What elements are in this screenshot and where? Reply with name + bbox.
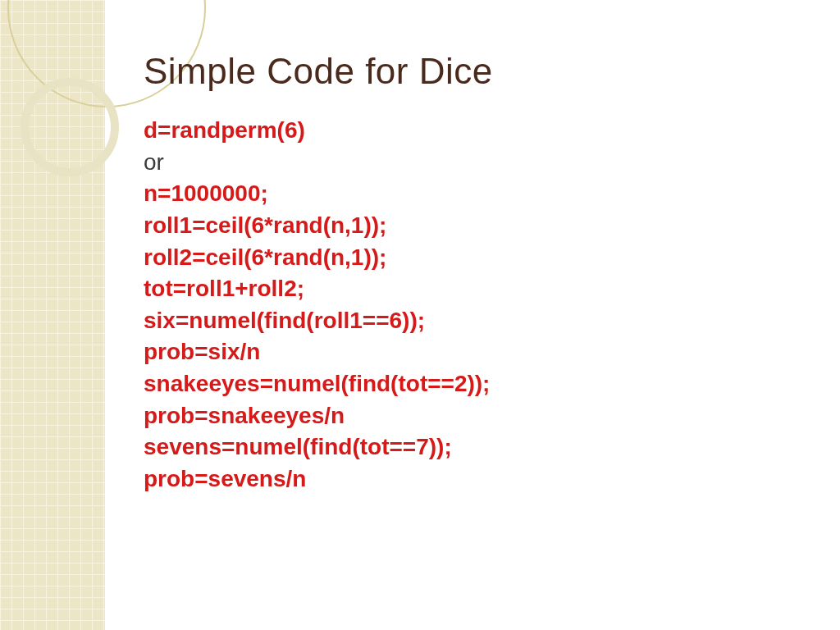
slide-content: Simple Code for Dice d=randperm(6) or n=…: [144, 51, 807, 495]
left-texture-band: [0, 0, 105, 630]
code-line: snakeeyes=numel(find(tot==2));: [144, 368, 807, 400]
code-line: roll2=ceil(6*rand(n,1));: [144, 242, 807, 274]
slide-title: Simple Code for Dice: [144, 51, 807, 92]
code-block: d=randperm(6) or n=1000000; roll1=ceil(6…: [144, 115, 807, 495]
code-line: six=numel(find(roll1==6));: [144, 305, 807, 337]
slide: Simple Code for Dice d=randperm(6) or n=…: [0, 0, 840, 630]
code-line: d=randperm(6): [144, 115, 807, 147]
code-line: sevens=numel(find(tot==7));: [144, 431, 807, 463]
code-line: n=1000000;: [144, 178, 807, 210]
code-line: roll1=ceil(6*rand(n,1));: [144, 210, 807, 242]
code-line: tot=roll1+roll2;: [144, 273, 807, 305]
code-line: prob=snakeeyes/n: [144, 400, 807, 432]
code-line: prob=six/n: [144, 336, 807, 368]
code-line: prob=sevens/n: [144, 463, 807, 495]
code-line: or: [144, 147, 807, 179]
